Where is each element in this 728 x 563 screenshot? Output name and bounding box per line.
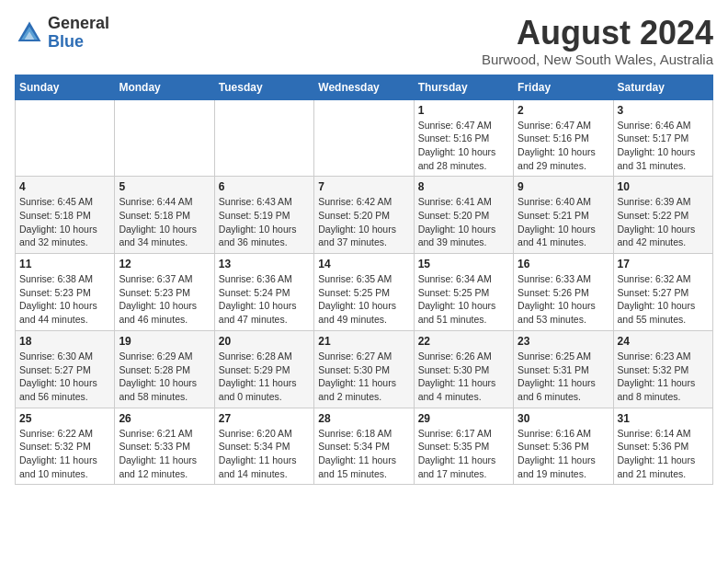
calendar-cell: 10Sunrise: 6:39 AM Sunset: 5:22 PM Dayli… — [613, 177, 712, 254]
day-number: 20 — [219, 335, 310, 348]
day-number: 7 — [318, 180, 409, 193]
calendar-cell: 7Sunrise: 6:42 AM Sunset: 5:20 PM Daylig… — [314, 177, 414, 254]
weekday-header-friday: Friday — [514, 75, 613, 99]
day-info: Sunrise: 6:40 AM Sunset: 5:21 PM Dayligh… — [518, 195, 609, 249]
calendar-week-5: 25Sunrise: 6:22 AM Sunset: 5:32 PM Dayli… — [16, 408, 713, 485]
calendar-cell: 13Sunrise: 6:36 AM Sunset: 5:24 PM Dayli… — [214, 254, 313, 331]
day-number: 14 — [318, 258, 409, 270]
calendar-cell: 23Sunrise: 6:25 AM Sunset: 5:31 PM Dayli… — [514, 330, 613, 408]
day-number: 2 — [518, 104, 609, 117]
calendar-week-3: 11Sunrise: 6:38 AM Sunset: 5:23 PM Dayli… — [16, 254, 713, 331]
day-info: Sunrise: 6:35 AM Sunset: 5:25 PM Dayligh… — [318, 272, 409, 327]
day-number: 30 — [518, 412, 609, 425]
calendar-cell: 2Sunrise: 6:47 AM Sunset: 5:16 PM Daylig… — [514, 99, 613, 177]
day-info: Sunrise: 6:14 AM Sunset: 5:36 PM Dayligh… — [618, 427, 709, 481]
day-info: Sunrise: 6:22 AM Sunset: 5:32 PM Dayligh… — [19, 427, 110, 481]
calendar-cell: 25Sunrise: 6:22 AM Sunset: 5:32 PM Dayli… — [16, 408, 115, 485]
calendar-cell: 12Sunrise: 6:37 AM Sunset: 5:23 PM Dayli… — [115, 254, 214, 331]
day-info: Sunrise: 6:29 AM Sunset: 5:28 PM Dayligh… — [119, 350, 210, 404]
day-info: Sunrise: 6:20 AM Sunset: 5:34 PM Dayligh… — [219, 427, 310, 481]
calendar-cell: 30Sunrise: 6:16 AM Sunset: 5:36 PM Dayli… — [514, 408, 613, 485]
day-number: 15 — [418, 258, 509, 270]
calendar-cell: 20Sunrise: 6:28 AM Sunset: 5:29 PM Dayli… — [214, 330, 313, 408]
day-info: Sunrise: 6:25 AM Sunset: 5:31 PM Dayligh… — [518, 350, 609, 404]
weekday-header-tuesday: Tuesday — [214, 75, 313, 99]
day-info: Sunrise: 6:42 AM Sunset: 5:20 PM Dayligh… — [318, 195, 409, 249]
day-number: 3 — [618, 104, 709, 117]
day-number: 28 — [318, 412, 409, 425]
weekday-header-sunday: Sunday — [16, 75, 115, 99]
calendar-cell — [314, 99, 414, 177]
calendar-cell: 5Sunrise: 6:44 AM Sunset: 5:18 PM Daylig… — [115, 177, 214, 254]
calendar-cell: 19Sunrise: 6:29 AM Sunset: 5:28 PM Dayli… — [115, 330, 214, 408]
calendar-cell: 24Sunrise: 6:23 AM Sunset: 5:32 PM Dayli… — [613, 330, 712, 408]
calendar-cell: 29Sunrise: 6:17 AM Sunset: 5:35 PM Dayli… — [414, 408, 513, 485]
logo-text: General Blue — [48, 15, 109, 52]
calendar-cell: 9Sunrise: 6:40 AM Sunset: 5:21 PM Daylig… — [514, 177, 613, 254]
day-info: Sunrise: 6:18 AM Sunset: 5:34 PM Dayligh… — [318, 427, 409, 481]
day-info: Sunrise: 6:21 AM Sunset: 5:33 PM Dayligh… — [119, 427, 210, 481]
day-number: 8 — [418, 180, 509, 193]
day-info: Sunrise: 6:44 AM Sunset: 5:18 PM Dayligh… — [119, 195, 210, 249]
day-info: Sunrise: 6:32 AM Sunset: 5:27 PM Dayligh… — [618, 272, 709, 327]
day-number: 9 — [518, 180, 609, 193]
calendar-cell: 4Sunrise: 6:45 AM Sunset: 5:18 PM Daylig… — [16, 177, 115, 254]
calendar-cell: 15Sunrise: 6:34 AM Sunset: 5:25 PM Dayli… — [414, 254, 513, 331]
day-info: Sunrise: 6:17 AM Sunset: 5:35 PM Dayligh… — [418, 427, 509, 481]
day-info: Sunrise: 6:27 AM Sunset: 5:30 PM Dayligh… — [318, 350, 409, 404]
calendar-table: SundayMondayTuesdayWednesdayThursdayFrid… — [15, 75, 713, 486]
logo-icon — [15, 18, 44, 48]
day-info: Sunrise: 6:47 AM Sunset: 5:16 PM Dayligh… — [418, 119, 509, 173]
day-info: Sunrise: 6:34 AM Sunset: 5:25 PM Dayligh… — [418, 272, 509, 327]
calendar-cell: 21Sunrise: 6:27 AM Sunset: 5:30 PM Dayli… — [314, 330, 414, 408]
month-year: August 2024 — [482, 15, 713, 52]
day-info: Sunrise: 6:45 AM Sunset: 5:18 PM Dayligh… — [19, 195, 110, 249]
location: Burwood, New South Wales, Australia — [482, 52, 713, 67]
calendar-cell: 1Sunrise: 6:47 AM Sunset: 5:16 PM Daylig… — [414, 99, 513, 177]
day-number: 24 — [618, 335, 709, 348]
day-info: Sunrise: 6:28 AM Sunset: 5:29 PM Dayligh… — [219, 350, 310, 404]
weekday-header-row: SundayMondayTuesdayWednesdayThursdayFrid… — [16, 75, 713, 99]
day-number: 19 — [119, 335, 210, 348]
calendar-cell: 6Sunrise: 6:43 AM Sunset: 5:19 PM Daylig… — [214, 177, 313, 254]
weekday-header-monday: Monday — [115, 75, 214, 99]
calendar-cell: 3Sunrise: 6:46 AM Sunset: 5:17 PM Daylig… — [613, 99, 712, 177]
day-number: 5 — [119, 180, 210, 193]
calendar-cell — [16, 99, 115, 177]
day-info: Sunrise: 6:41 AM Sunset: 5:20 PM Dayligh… — [418, 195, 509, 249]
day-info: Sunrise: 6:33 AM Sunset: 5:26 PM Dayligh… — [518, 272, 609, 327]
day-number: 11 — [19, 258, 110, 270]
day-number: 16 — [518, 258, 609, 270]
calendar-week-1: 1Sunrise: 6:47 AM Sunset: 5:16 PM Daylig… — [16, 99, 713, 177]
day-number: 12 — [119, 258, 210, 270]
page-header: General Blue August 2024 Burwood, New So… — [15, 15, 713, 67]
calendar-cell: 16Sunrise: 6:33 AM Sunset: 5:26 PM Dayli… — [514, 254, 613, 331]
calendar-week-4: 18Sunrise: 6:30 AM Sunset: 5:27 PM Dayli… — [16, 330, 713, 408]
weekday-header-thursday: Thursday — [414, 75, 513, 99]
day-number: 6 — [219, 180, 310, 193]
calendar-week-2: 4Sunrise: 6:45 AM Sunset: 5:18 PM Daylig… — [16, 177, 713, 254]
day-info: Sunrise: 6:37 AM Sunset: 5:23 PM Dayligh… — [119, 272, 210, 327]
day-number: 26 — [119, 412, 210, 425]
calendar-cell: 22Sunrise: 6:26 AM Sunset: 5:30 PM Dayli… — [414, 330, 513, 408]
day-number: 17 — [618, 258, 709, 270]
calendar-cell: 18Sunrise: 6:30 AM Sunset: 5:27 PM Dayli… — [16, 330, 115, 408]
day-info: Sunrise: 6:38 AM Sunset: 5:23 PM Dayligh… — [19, 272, 110, 327]
day-number: 4 — [19, 180, 110, 193]
title-block: August 2024 Burwood, New South Wales, Au… — [482, 15, 713, 67]
calendar-cell — [115, 99, 214, 177]
day-number: 13 — [219, 258, 310, 270]
day-info: Sunrise: 6:23 AM Sunset: 5:32 PM Dayligh… — [618, 350, 709, 404]
calendar-cell: 27Sunrise: 6:20 AM Sunset: 5:34 PM Dayli… — [214, 408, 313, 485]
day-info: Sunrise: 6:43 AM Sunset: 5:19 PM Dayligh… — [219, 195, 310, 249]
day-info: Sunrise: 6:46 AM Sunset: 5:17 PM Dayligh… — [618, 119, 709, 173]
day-number: 10 — [618, 180, 709, 193]
day-number: 31 — [618, 412, 709, 425]
calendar-cell: 14Sunrise: 6:35 AM Sunset: 5:25 PM Dayli… — [314, 254, 414, 331]
day-number: 27 — [219, 412, 310, 425]
calendar-cell: 8Sunrise: 6:41 AM Sunset: 5:20 PM Daylig… — [414, 177, 513, 254]
weekday-header-saturday: Saturday — [613, 75, 712, 99]
day-number: 21 — [318, 335, 409, 348]
day-info: Sunrise: 6:36 AM Sunset: 5:24 PM Dayligh… — [219, 272, 310, 327]
day-info: Sunrise: 6:30 AM Sunset: 5:27 PM Dayligh… — [19, 350, 110, 404]
